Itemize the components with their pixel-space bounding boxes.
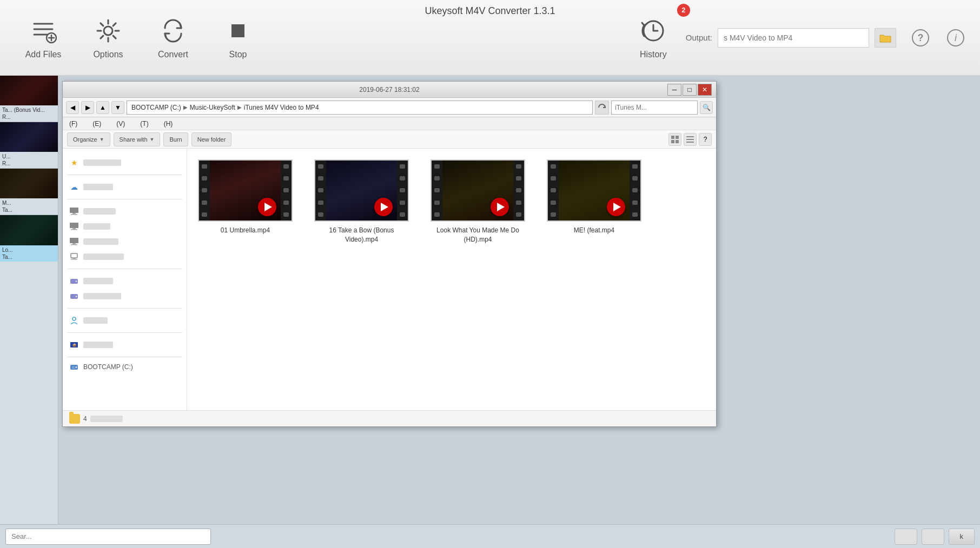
history-button[interactable]: History 2: [621, 8, 686, 68]
video-filename: ME! (feat.mp4: [574, 226, 614, 235]
list-item[interactable]: M... Ta...: [0, 169, 58, 215]
menu-view[interactable]: (V): [114, 119, 127, 129]
options-icon: [94, 16, 123, 45]
svg-rect-17: [686, 136, 694, 137]
path-segment: Music-UkeySoft: [190, 104, 235, 111]
nav-item-drive-2[interactable]: [63, 289, 187, 304]
up-button[interactable]: ▲: [96, 101, 109, 114]
film-strip-right: [397, 161, 408, 220]
dropdown-button[interactable]: ▼: [111, 101, 124, 114]
play-button[interactable]: [258, 198, 276, 216]
nav-item-bootcamp[interactable]: C: BOOTCAMP (C:): [63, 359, 187, 375]
nav-item-label: [83, 208, 116, 215]
list-item[interactable]: U... R...: [0, 122, 58, 169]
nav-item-label: [83, 342, 113, 348]
back-button[interactable]: ◀: [66, 101, 79, 114]
details-mode-button[interactable]: [684, 133, 697, 146]
video-bg: [315, 161, 408, 220]
menu-edit[interactable]: (E): [90, 119, 103, 129]
search-input[interactable]: [5, 529, 211, 545]
svg-rect-22: [71, 214, 77, 215]
film-strip-right: [630, 161, 640, 220]
file-thumbnail: [0, 169, 58, 198]
nav-item-network-2[interactable]: [63, 313, 187, 328]
maximize-button[interactable]: □: [683, 84, 697, 96]
nav-item-network[interactable]: [63, 249, 187, 264]
menu-file[interactable]: (F): [67, 119, 80, 129]
svg-rect-28: [71, 244, 77, 245]
menu-help[interactable]: (H): [162, 119, 175, 129]
help-icon-button[interactable]: ?: [699, 133, 712, 146]
new-folder-button[interactable]: New folder: [191, 132, 232, 146]
add-files-button[interactable]: Add Files: [11, 8, 76, 68]
nav-item-bootcamp-label: BOOTCAMP (C:): [83, 363, 133, 371]
add-files-label: Add Files: [25, 50, 62, 59]
nav-item-computer-2[interactable]: [63, 219, 187, 234]
search-button[interactable]: 🔍: [700, 101, 713, 114]
organize-button[interactable]: Organize ▼: [67, 132, 110, 146]
options-button[interactable]: Options: [76, 8, 141, 68]
burn-button[interactable]: Burn: [163, 132, 188, 146]
nav-backup-section: 📦: [63, 335, 187, 355]
svg-point-35: [76, 296, 77, 297]
film-strip-left: [548, 161, 559, 220]
menu-tools[interactable]: (T): [138, 119, 150, 129]
play-button[interactable]: [607, 198, 625, 216]
confirm-button[interactable]: k: [949, 529, 975, 545]
app-title: Ukeysoft M4V Converter 1.3.1: [425, 5, 555, 17]
svg-rect-25: [71, 229, 77, 230]
explorer-menubar: (F) (E) (V) (T) (H): [63, 117, 716, 130]
play-button[interactable]: [491, 198, 509, 216]
file-line2: R...: [2, 160, 56, 167]
list-item[interactable]: Lo... Ta...: [0, 215, 58, 262]
video-item[interactable]: 16 Take a Bow (Bonus Video).mp4: [314, 159, 409, 244]
minimize-button[interactable]: ─: [667, 84, 681, 96]
output-path-input[interactable]: [718, 28, 869, 48]
explorer-statusbar: 4: [63, 410, 716, 426]
file-list: Ta... (Bonus Vid... R... U... R... M... …: [0, 76, 58, 548]
explorer-search-input[interactable]: [611, 101, 698, 115]
svg-rect-30: [72, 258, 76, 259]
play-icon: [381, 203, 388, 211]
ok-button[interactable]: [922, 529, 944, 545]
svg-rect-14: [676, 136, 679, 139]
video-item[interactable]: ME! (feat.mp4: [547, 159, 641, 235]
video-item[interactable]: Look What You Made Me Do (HD).mp4: [431, 159, 525, 244]
refresh-button[interactable]: [595, 101, 609, 115]
film-strip-left: [315, 161, 326, 220]
close-button[interactable]: ✕: [698, 84, 712, 96]
nav-drives-section: [63, 271, 187, 306]
nav-item-computer-3[interactable]: [63, 234, 187, 249]
history-badge: 2: [677, 4, 690, 17]
svg-text:?: ?: [918, 32, 924, 43]
list-item[interactable]: Ta... (Bonus Vid... R...: [0, 76, 58, 122]
computer-icon-3: [69, 237, 79, 246]
nav-item-backup[interactable]: 📦: [63, 337, 187, 352]
nav-item-label: [83, 238, 118, 245]
explorer-nav-pane: ★ ☁: [63, 149, 187, 410]
nav-item-favorites[interactable]: ★: [63, 155, 187, 170]
forward-button[interactable]: ▶: [81, 101, 94, 114]
help-button[interactable]: ?: [907, 24, 934, 51]
svg-rect-24: [72, 228, 76, 229]
address-path[interactable]: BOOTCAMP (C:) ▶ Music-UkeySoft ▶ iTunes …: [127, 101, 593, 115]
file-info: Ta... (Bonus Vid... R...: [0, 105, 58, 122]
svg-rect-16: [676, 140, 679, 143]
nav-item-drive-1[interactable]: [63, 273, 187, 289]
stop-button[interactable]: Stop: [206, 8, 270, 68]
nav-item-computer-1[interactable]: [63, 204, 187, 219]
film-strip-right: [513, 161, 524, 220]
network-icon: [69, 252, 79, 262]
video-thumbnail: [198, 159, 293, 222]
view-mode-button[interactable]: [668, 133, 681, 146]
video-thumbnail: [547, 159, 641, 222]
play-button[interactable]: [374, 198, 393, 216]
share-with-button[interactable]: Share with ▼: [114, 132, 161, 146]
video-item[interactable]: 01 Umbrella.mp4: [198, 159, 293, 235]
info-button[interactable]: i: [942, 24, 969, 51]
cancel-button[interactable]: [895, 529, 917, 545]
nav-item-skydrive[interactable]: ☁: [63, 179, 187, 195]
view-controls: ?: [668, 133, 712, 146]
output-folder-button[interactable]: [875, 28, 896, 48]
convert-button[interactable]: Convert: [141, 8, 206, 68]
